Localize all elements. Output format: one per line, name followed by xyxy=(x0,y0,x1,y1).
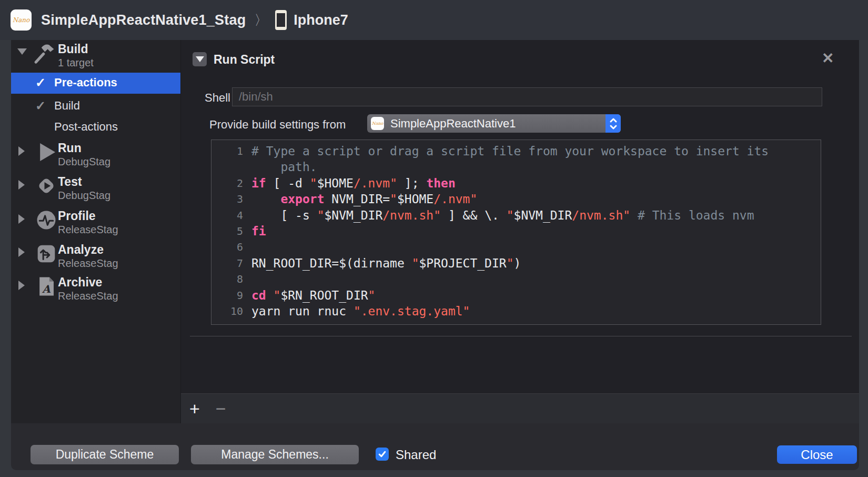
shared-label[interactable]: Shared xyxy=(396,448,436,462)
manage-schemes-button[interactable]: Manage Schemes... xyxy=(191,445,359,464)
device-name[interactable]: Iphone7 xyxy=(294,12,348,28)
scheme-app-icon: Nano xyxy=(11,9,32,31)
code-line: 1# Type a script or drag a script file f… xyxy=(217,143,821,159)
run-subtitle: DebugStag xyxy=(58,156,110,168)
run-script-disclosure-button[interactable] xyxy=(193,52,207,66)
code-line: 5fi xyxy=(217,223,821,239)
sidebar-item-label: Post-actions xyxy=(54,120,118,134)
sidebar-item-profile[interactable]: Profile xyxy=(58,209,96,223)
code-line: path. xyxy=(217,159,821,175)
separator-line xyxy=(190,336,852,336)
code-lines: 1# Type a script or drag a script file f… xyxy=(217,143,821,319)
archive-icon: A xyxy=(35,275,57,297)
add-action-button[interactable]: + xyxy=(189,400,200,418)
breadcrumb-chevron-icon: 〉 xyxy=(254,11,268,29)
profile-subtitle: ReleaseStag xyxy=(58,224,118,236)
sidebar-item-label: Build xyxy=(54,99,80,113)
run-script-editor-panel: Run Script ✕ Shell /bin/sh Provide build… xyxy=(180,40,859,423)
profile-icon xyxy=(35,209,57,231)
check-icon xyxy=(378,450,387,459)
provide-build-settings-label: Provide build settings from xyxy=(209,118,346,132)
sidebar-item-pre-actions[interactable]: ✓ Pre-actions xyxy=(11,73,180,94)
shell-input[interactable]: /bin/sh xyxy=(232,87,822,106)
code-line: 8 xyxy=(217,271,821,287)
check-icon: ✓ xyxy=(35,75,46,90)
shared-checkbox[interactable] xyxy=(376,448,389,461)
sidebar-item-label: Pre-actions xyxy=(54,76,117,90)
popup-value: SimpleAppReactNative1 xyxy=(390,117,605,131)
sidebar-item-analyze[interactable]: Analyze xyxy=(58,243,104,257)
footer-bar: Duplicate Scheme Manage Schemes... Share… xyxy=(11,423,859,470)
test-subtitle: DebugStag xyxy=(58,190,110,202)
sidebar-item-run[interactable]: Run xyxy=(58,141,82,155)
test-icon xyxy=(35,175,57,197)
script-code-editor[interactable]: 1# Type a script or drag a script file f… xyxy=(211,140,821,325)
code-line: 7RN_ROOT_DIR=$(dirname "$PROJECT_DIR") xyxy=(217,255,821,271)
check-icon: ✓ xyxy=(35,98,46,113)
code-line: 2if [ -d "$HOME/.nvm" ]; then xyxy=(217,175,821,191)
test-group-disclosure[interactable] xyxy=(18,180,25,190)
close-button[interactable]: Close xyxy=(777,445,857,464)
chevron-up-down-icon xyxy=(608,117,619,131)
top-bar: Nano SimpleAppReactNative1_Stag 〉 Iphone… xyxy=(0,0,868,40)
archive-subtitle: ReleaseStag xyxy=(58,290,118,302)
analyze-group-disclosure[interactable] xyxy=(18,247,25,257)
build-group-title[interactable]: Build xyxy=(58,42,88,56)
archive-group-disclosure[interactable] xyxy=(18,281,25,290)
shell-placeholder: /bin/sh xyxy=(239,90,273,104)
sidebar: Build 1 target ✓ Pre-actions ✓ Build Pos… xyxy=(11,40,180,423)
code-line: 10yarn run rnuc ".env.stag.yaml" xyxy=(217,303,821,319)
build-group-disclosure[interactable] xyxy=(17,48,27,55)
triangle-down-icon xyxy=(196,56,204,62)
duplicate-scheme-button[interactable]: Duplicate Scheme xyxy=(31,445,179,464)
run-icon xyxy=(35,141,57,163)
build-group-subtitle: 1 target xyxy=(58,57,94,69)
profile-group-disclosure[interactable] xyxy=(18,214,25,224)
run-group-disclosure[interactable] xyxy=(18,146,25,156)
device-icon xyxy=(275,10,287,30)
analyze-subtitle: ReleaseStag xyxy=(58,257,118,270)
code-line: 9cd "$RN_ROOT_DIR" xyxy=(217,287,821,303)
run-script-title: Run Script xyxy=(214,53,275,67)
popup-app-icon: Nano xyxy=(371,117,384,130)
hammer-icon xyxy=(33,42,55,64)
sidebar-item-test[interactable]: Test xyxy=(58,175,82,189)
code-line: 4 [ -s "$NVM_DIR/nvm.sh" ] && \. "$NVM_D… xyxy=(217,207,821,223)
sidebar-item-archive[interactable]: Archive xyxy=(58,275,102,290)
analyze-icon xyxy=(35,243,57,265)
svg-text:A: A xyxy=(42,283,51,295)
code-line: 3 export NVM_DIR="$HOME/.nvm" xyxy=(217,191,821,207)
scheme-name[interactable]: SimpleAppReactNative1_Stag xyxy=(41,12,246,28)
shell-label: Shell xyxy=(205,91,230,105)
code-line: 6 xyxy=(217,239,821,255)
popup-stepper[interactable] xyxy=(605,114,621,133)
actions-toolbar: + − xyxy=(181,393,859,423)
close-editor-icon[interactable]: ✕ xyxy=(822,49,834,67)
remove-action-button[interactable]: − xyxy=(216,400,226,418)
build-settings-popup[interactable]: Nano SimpleAppReactNative1 xyxy=(367,114,621,133)
edit-scheme-sheet: Build 1 target ✓ Pre-actions ✓ Build Pos… xyxy=(11,40,859,470)
